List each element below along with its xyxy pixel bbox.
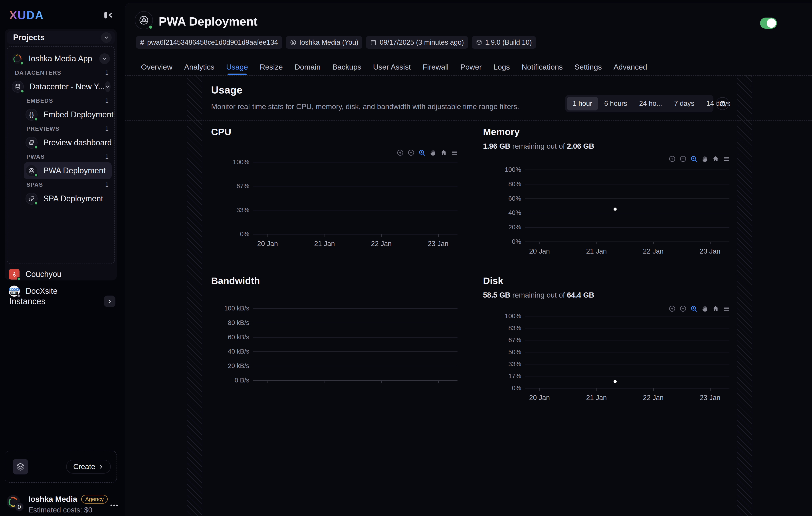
sidebar-collapse-button[interactable]: [102, 8, 116, 22]
modebar-box-zoom-icon[interactable]: [690, 155, 698, 163]
modebar-zoom-out-icon[interactable]: [679, 305, 687, 313]
tab-notifications[interactable]: Notifications: [521, 59, 563, 75]
modebar-zoom-out-icon[interactable]: [407, 149, 415, 157]
gridline: [253, 351, 458, 352]
sidebar-item-embed-deployment[interactable]: { } Embed Deployment: [24, 106, 112, 123]
decorative-hatch-gutter: [187, 75, 202, 516]
projects-header[interactable]: Projects: [7, 31, 115, 44]
sidebar-item-datacenter[interactable]: Datacenter - New Y...: [10, 78, 112, 95]
x-axis-tick-mark: [438, 380, 439, 383]
tab-analytics[interactable]: Analytics: [184, 59, 215, 75]
link-icon: [26, 193, 37, 205]
modebar-pan-icon[interactable]: [701, 155, 709, 163]
docxsite-app-icon: DOCXSITE: [9, 286, 20, 297]
x-axis-tick-mark: [710, 388, 710, 391]
sidebar-item-project[interactable]: Ioshka Media App: [10, 50, 112, 67]
section-count: 1: [105, 153, 109, 160]
metadata-badge[interactable]: #pwa6f21453486458ce1d0d901d9aafee134: [136, 36, 282, 49]
modebar-box-zoom-icon[interactable]: [690, 305, 698, 313]
modebar-zoom-in-icon[interactable]: [668, 155, 676, 163]
modebar-pan-icon[interactable]: [701, 305, 709, 313]
x-axis-tick-mark: [597, 242, 597, 244]
calendar-icon: [370, 39, 377, 46]
chart-plot-area[interactable]: 100 kB/s80 kB/s60 kB/s40 kB/s20 kB/s0 B/…: [253, 308, 458, 380]
gridline: [525, 184, 729, 185]
x-axis-tick-label: 22 Jan: [643, 394, 664, 402]
tab-backups[interactable]: Backups: [332, 59, 361, 75]
sidebar-item-preview-dashboard[interactable]: Preview dashboard: [24, 134, 112, 151]
deployment-power-toggle[interactable]: [760, 18, 777, 29]
gridline: [525, 198, 729, 199]
tab-bar: OverviewAnalyticsUsageResizeDomainBackup…: [141, 59, 647, 75]
modebar-menu-icon[interactable]: [723, 155, 730, 163]
datacenter-name: Datacenter - New Y...: [30, 82, 105, 91]
chart-plot-area[interactable]: 100%83%67%50%33%17%0%20 Jan21 Jan22 Jan2…: [525, 316, 729, 388]
x-axis-tick-label: 20 Jan: [529, 394, 550, 402]
range-button-24-ho-[interactable]: 24 ho...: [633, 97, 668, 110]
sidebar-item-couchyou[interactable]: Couchyou: [7, 266, 115, 283]
project-avatar: [12, 53, 23, 64]
collapse-sidebar-icon: [103, 10, 115, 20]
chart-plot-area[interactable]: 100%80%60%40%20%0%20 Jan21 Jan22 Jan23 J…: [525, 169, 729, 242]
section-label: PREVIEWS: [26, 125, 59, 132]
create-button[interactable]: Create: [66, 460, 111, 473]
range-button-7-days[interactable]: 7 days: [668, 97, 700, 110]
gridline: [525, 169, 729, 170]
x-axis-tick-mark: [540, 242, 540, 244]
badge-text: Ioshka Media (You): [299, 38, 358, 47]
modebar-reset-home-icon[interactable]: [712, 305, 720, 313]
datacenter-collapse-button[interactable]: [105, 81, 111, 92]
user-account-row[interactable]: 0 Ioshka Media Agency Estimated costs: $…: [6, 495, 119, 516]
metadata-badge[interactable]: 09/17/2025 (3 minutes ago): [366, 36, 468, 49]
chart-plot-area[interactable]: 100%67%33%0%20 Jan21 Jan22 Jan23 Jan: [253, 162, 458, 234]
tab-domain[interactable]: Domain: [294, 59, 321, 75]
x-axis-tick-mark: [381, 380, 382, 383]
tab-power[interactable]: Power: [460, 59, 482, 75]
modebar-pan-icon[interactable]: [429, 149, 437, 157]
datacenter-children: EMBEDS 1 { } Embed Deployment PREVIEWS 1: [20, 95, 112, 207]
metadata-badge[interactable]: 1.9.0 (Build 10): [472, 36, 536, 49]
sidebar-item-instances[interactable]: Instances: [9, 296, 115, 307]
chart-subtitle: 1.96 GB remaining out of 2.06 GB: [483, 142, 594, 151]
modebar-menu-icon[interactable]: [451, 149, 459, 157]
tab-firewall[interactable]: Firewall: [422, 59, 449, 75]
metadata-badge[interactable]: Ioshka Media (You): [286, 36, 362, 49]
online-status-dot: [21, 89, 24, 93]
range-button-1-hour[interactable]: 1 hour: [567, 97, 598, 110]
tab-usage[interactable]: Usage: [226, 59, 249, 75]
y-axis-tick-label: 50%: [508, 349, 521, 356]
tab-logs[interactable]: Logs: [493, 59, 510, 75]
chevron-right-icon: [98, 464, 104, 469]
range-button-6-hours[interactable]: 6 hours: [599, 97, 633, 110]
modebar-reset-home-icon[interactable]: [712, 155, 720, 163]
instances-label: Instances: [9, 297, 46, 306]
modebar-box-zoom-icon[interactable]: [418, 149, 426, 157]
deployment-name: Embed Deployment: [43, 110, 113, 119]
projects-collapse-button[interactable]: [101, 32, 112, 43]
tab-settings[interactable]: Settings: [574, 59, 602, 75]
modebar-reset-home-icon[interactable]: [440, 149, 448, 157]
y-axis-tick-label: 17%: [508, 373, 521, 380]
refresh-button[interactable]: [716, 97, 729, 110]
sidebar-item-pwa-deployment[interactable]: PWA Deployment: [24, 162, 112, 179]
modebar-menu-icon[interactable]: [723, 305, 730, 313]
modebar-zoom-in-icon[interactable]: [668, 305, 676, 313]
tab-resize[interactable]: Resize: [259, 59, 283, 75]
online-status-dot: [34, 173, 38, 177]
sidebar-item-spa-deployment[interactable]: SPA Deployment: [24, 190, 112, 207]
user-menu-button[interactable]: [110, 504, 119, 507]
tab-user-assist[interactable]: User Assist: [373, 59, 411, 75]
chevron-right-icon: [107, 298, 113, 304]
instances-expand-button[interactable]: [104, 296, 115, 307]
project-collapse-button[interactable]: [99, 53, 110, 64]
data-point[interactable]: [613, 208, 617, 211]
y-axis-tick-label: 33%: [508, 360, 521, 368]
tab-advanced[interactable]: Advanced: [613, 59, 647, 75]
data-point[interactable]: [613, 380, 617, 383]
modebar-zoom-in-icon[interactable]: [396, 149, 404, 157]
project-name: Couchyou: [26, 270, 61, 279]
tab-overview[interactable]: Overview: [141, 59, 173, 75]
project-tree: Ioshka Media App DATACENTERS 1 Datacen: [7, 46, 115, 264]
modebar-zoom-out-icon[interactable]: [679, 155, 687, 163]
gridline: [525, 352, 729, 352]
